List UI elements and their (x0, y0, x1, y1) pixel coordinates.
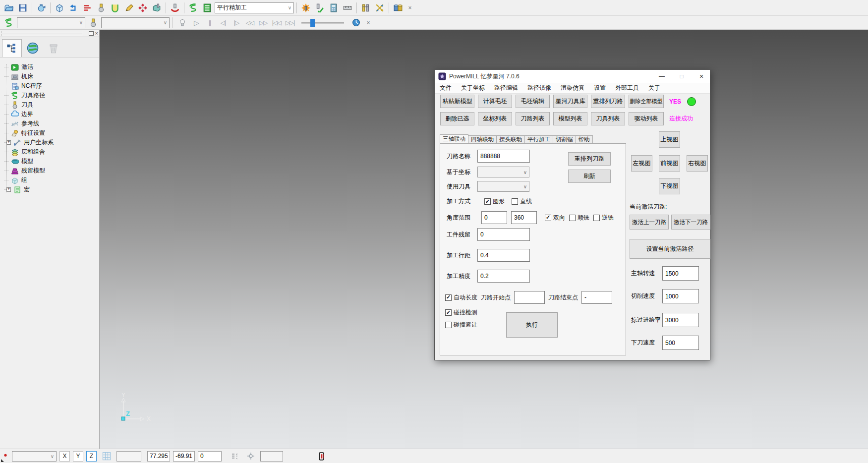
lightbulb-icon[interactable] (176, 16, 189, 29)
paste-new-model-button[interactable]: 粘贴新模型 (440, 95, 474, 108)
refresh-button[interactable]: 刷新 (568, 170, 611, 183)
use-tool-combobox[interactable]: ∨ (477, 181, 529, 192)
plunge-speed-field[interactable] (662, 336, 699, 350)
pattern-points-icon[interactable] (136, 1, 149, 14)
toolpath-icon[interactable] (187, 1, 200, 14)
workplane-combobox[interactable]: ∨ (12, 451, 57, 462)
model-list-button[interactable]: 模型列表 (553, 112, 587, 125)
chevron-down-icon[interactable]: ∨ (523, 184, 527, 189)
tree-item-toolpaths[interactable]: 刀具路径 (4, 91, 99, 100)
tree-item-activate[interactable]: 激活 (4, 62, 99, 72)
tab-parallel[interactable]: 平行加工 (525, 135, 553, 144)
view-left-button[interactable]: 左视图 (631, 155, 652, 172)
toolpath-list-button[interactable]: 刀路列表 (516, 112, 550, 125)
base-coord-combobox[interactable]: ∨ (477, 167, 529, 177)
tree-item-machine[interactable]: 机床 (4, 72, 99, 81)
tree-item-stock-models[interactable]: 残留模型 (4, 166, 99, 175)
tree-item-levels[interactable]: 层和组合 (4, 147, 99, 157)
speed-dial-icon[interactable] (349, 16, 362, 29)
skip-start-icon[interactable]: |◁◁ (271, 17, 283, 28)
toolpath-create-icon[interactable] (67, 1, 80, 14)
circle-checkbox[interactable] (484, 198, 491, 205)
chevron-down-icon[interactable]: ∨ (523, 170, 527, 175)
tree-item-groups[interactable]: 组 (4, 175, 99, 185)
block-icon[interactable] (53, 1, 66, 14)
rearrange-toolpath-button[interactable]: 重排列刀路 (591, 95, 625, 108)
print-icon[interactable] (35, 1, 48, 14)
activate-prev-toolpath-button[interactable]: 激活上一刀路 (630, 215, 669, 230)
tab-4axis[interactable]: 四轴联动 (468, 135, 497, 144)
tolerance-field[interactable] (477, 270, 530, 283)
feature-set-icon[interactable] (150, 1, 163, 14)
menu-path-mirror[interactable]: 路径镜像 (527, 84, 551, 92)
drive-list-button[interactable]: 驱动列表 (629, 112, 664, 125)
tree-item-models[interactable]: 模型 (4, 157, 99, 166)
y-axis-button[interactable]: Y (73, 451, 83, 462)
x-axis-button[interactable]: X (59, 451, 70, 462)
pencil-edit-icon[interactable] (122, 1, 135, 14)
play-icon[interactable]: ▷ (190, 17, 202, 28)
close-icon[interactable]: × (693, 70, 710, 83)
angle-from-field[interactable] (481, 211, 507, 224)
stock-left-field[interactable] (477, 228, 530, 241)
pause-icon[interactable]: || (204, 17, 216, 28)
delete-selected-button[interactable]: 删除已选 (440, 112, 474, 125)
save-icon[interactable] (16, 1, 29, 14)
tolerance-status-field[interactable] (260, 451, 283, 462)
activate-next-toolpath-button[interactable]: 激活下一刀路 (671, 215, 710, 230)
boundary-icon[interactable] (109, 1, 121, 14)
tree-item-boundaries[interactable]: 边界 (4, 110, 99, 119)
menu-file[interactable]: 文件 (440, 84, 452, 92)
chevron-down-icon[interactable]: ∨ (79, 20, 83, 25)
tool-library-button[interactable]: 星河刀具库 (553, 95, 587, 108)
coord-y-field[interactable] (173, 451, 195, 462)
view-right-button[interactable]: 右视图 (687, 155, 708, 172)
both-direction-checkbox[interactable] (545, 215, 551, 221)
strategy-combobox[interactable]: 平行精加工 ∨ (215, 2, 294, 13)
stock-edit-button[interactable]: 毛坯编辑 (516, 95, 550, 108)
clamp-tools-icon[interactable] (359, 1, 372, 14)
open-icon[interactable] (2, 1, 15, 14)
menu-render-sim[interactable]: 渲染仿真 (561, 84, 584, 92)
tree-item-nc-program[interactable]: NC程序 (4, 81, 99, 91)
cross-arrows-icon[interactable] (373, 1, 386, 14)
toolpath-name-field[interactable] (477, 150, 530, 163)
tab-recycle-bin[interactable] (44, 39, 63, 57)
chevron-down-icon[interactable]: ∨ (51, 454, 54, 459)
menu-settings[interactable]: 设置 (594, 84, 606, 92)
line-checkbox[interactable] (512, 198, 518, 205)
view-top-button[interactable]: 上视图 (659, 131, 680, 148)
probe-icon[interactable] (244, 450, 257, 463)
climb-mill-checkbox[interactable] (569, 215, 576, 221)
clipboard-pause-icon[interactable] (315, 450, 328, 463)
rearrange-button[interactable]: 重排列刀路 (568, 152, 611, 166)
start-point-field[interactable] (514, 291, 545, 304)
conventional-mill-checkbox[interactable] (593, 215, 600, 221)
grid-icon[interactable] (100, 450, 114, 462)
step-back-icon[interactable]: ◁| (217, 17, 229, 28)
speed-slider[interactable] (301, 18, 344, 27)
tool-check-icon[interactable] (313, 1, 326, 14)
end-point-field[interactable] (581, 291, 612, 304)
menu-external-tools[interactable]: 外部工具 (615, 84, 639, 92)
view-front-button[interactable]: 前视图 (659, 155, 680, 172)
spindle-speed-field[interactable] (662, 266, 699, 281)
collision-check-checkbox[interactable] (445, 309, 452, 316)
chevron-down-icon[interactable]: ∨ (288, 5, 291, 10)
tree-item-tools[interactable]: 刀具 (4, 100, 99, 110)
tab-world[interactable] (23, 39, 43, 57)
panel-grip[interactable]: × (0, 30, 99, 37)
slider-handle[interactable] (310, 19, 315, 27)
dialog-titlebar[interactable]: PowerMILL 忆梦星河 7.0.6 — □ × (435, 70, 710, 83)
z-axis-button[interactable]: Z (86, 451, 97, 462)
tab-head-tilt[interactable]: 摆头联动 (497, 135, 525, 144)
coord-x-field[interactable] (147, 451, 170, 462)
star-tool-icon[interactable] (299, 1, 312, 14)
grid-size-field[interactable] (116, 451, 141, 462)
tree-item-patterns[interactable]: 参考线 (4, 119, 99, 128)
float-panel-icon[interactable] (89, 31, 94, 36)
tab-help[interactable]: 帮助 (576, 135, 593, 144)
xyz-list-icon[interactable] (229, 450, 241, 463)
skip-end-icon[interactable]: ▷▷| (284, 17, 296, 28)
tree-item-workplanes[interactable]: 用户坐标系 (4, 138, 99, 147)
